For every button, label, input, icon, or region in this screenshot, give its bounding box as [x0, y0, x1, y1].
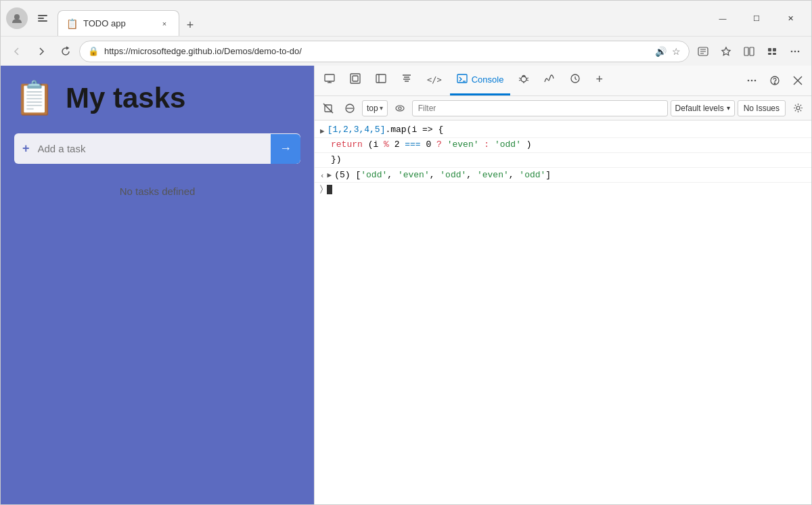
add-tool-icon: +	[595, 72, 603, 87]
console-text-4: (5) ['odd', 'even', 'odd', 'even', 'odd'…	[334, 170, 806, 180]
devtools-tabs: </> Console	[315, 66, 811, 96]
context-label: top	[367, 104, 378, 113]
svg-line-29	[519, 80, 521, 81]
devtools-tab-performance[interactable]	[563, 66, 587, 95]
devtools-close-button[interactable]	[787, 70, 809, 91]
svg-marker-8	[722, 47, 730, 56]
log-levels-label: Default levels	[675, 104, 724, 113]
html-icon: </>	[427, 75, 442, 85]
svg-rect-10	[750, 47, 754, 56]
code-span: (5) [	[334, 170, 361, 180]
code-span: [1,2,3,4,5]	[328, 125, 386, 135]
console-line-2: return (i % 2 === 0 ? 'even' : 'odd'	[315, 138, 811, 153]
expand-icon-1[interactable]: ▶	[320, 125, 325, 135]
tab-favicon: 📋	[66, 18, 78, 29]
submit-task-button[interactable]: →	[271, 134, 300, 164]
code-span: 'even'	[398, 170, 430, 180]
code-span: 'even'	[477, 170, 509, 180]
console-line-3: })	[315, 153, 811, 168]
log-levels-chevron-icon: ▾	[727, 104, 730, 112]
code-span: 'even'	[447, 139, 479, 150]
tab-close-button[interactable]: ×	[158, 18, 171, 30]
code-span: ,	[387, 170, 398, 180]
reading-view-button[interactable]	[692, 41, 714, 62]
console-text-2: return (i % 2 === 0 ? 'even' : 'odd'	[331, 139, 806, 150]
minimize-button[interactable]: —	[707, 7, 738, 29]
svg-rect-14	[773, 53, 776, 55]
code-span: .map(i => {	[385, 125, 443, 135]
screencast-icon	[324, 73, 335, 87]
console-tab-label: Console	[472, 74, 504, 85]
no-entry-button[interactable]	[340, 99, 359, 118]
devtools-more-button[interactable]	[741, 70, 763, 91]
context-dropdown[interactable]: top ▾	[362, 100, 388, 116]
network-icon	[544, 73, 555, 87]
code-span: 0	[426, 139, 436, 150]
svg-point-36	[754, 80, 757, 82]
svg-rect-1	[38, 15, 47, 16]
svg-rect-21	[351, 74, 360, 83]
favorites-star-button[interactable]	[715, 41, 737, 62]
devtools-tab-network[interactable]	[537, 66, 562, 95]
console-settings-button[interactable]	[788, 99, 807, 118]
active-tab[interactable]: 📋 TODO app ×	[58, 10, 179, 36]
code-span: 'odd'	[361, 170, 387, 180]
todo-header: 📋 My tasks	[14, 79, 300, 117]
collections-button[interactable]	[761, 41, 783, 62]
forward-button[interactable]	[30, 41, 52, 62]
plus-icon: +	[14, 141, 38, 156]
devtools-tab-screencast[interactable]	[317, 66, 342, 95]
no-issues-badge[interactable]: No Issues	[738, 100, 786, 116]
performance-icon	[570, 73, 581, 87]
elements-icon	[401, 73, 412, 87]
expand-arrow-icon[interactable]: ▶	[328, 171, 332, 179]
tab-bar: 📋 TODO app × +	[58, 1, 702, 36]
code-span: ===	[405, 139, 420, 150]
profile-icon[interactable]	[6, 7, 28, 29]
devtools-help-button[interactable]	[764, 70, 786, 91]
code-span: %	[384, 139, 389, 150]
svg-rect-22	[353, 76, 358, 81]
sidebar-toggle[interactable]	[33, 9, 52, 28]
svg-rect-12	[773, 48, 776, 51]
clear-console-button[interactable]	[319, 99, 338, 118]
no-issues-label: No Issues	[744, 104, 780, 113]
svg-line-30	[526, 78, 528, 79]
title-bar: 📋 TODO app × + — ☐ ✕	[1, 1, 811, 36]
devtools-panel: </> Console	[314, 66, 811, 504]
new-tab-button[interactable]: +	[179, 14, 201, 36]
devtools-tab-html[interactable]: </>	[420, 66, 449, 95]
log-levels-dropdown[interactable]: Default levels ▾	[671, 100, 735, 116]
svg-point-15	[791, 50, 793, 52]
todo-app-title: My tasks	[66, 82, 185, 114]
svg-rect-18	[325, 74, 334, 81]
favorites-icon[interactable]: ☆	[672, 46, 681, 57]
refresh-button[interactable]	[55, 41, 76, 62]
devtools-tab-console[interactable]: Console	[450, 66, 511, 95]
code-span: 'odd'	[495, 139, 521, 150]
back-button[interactable]	[6, 41, 28, 62]
split-screen-button[interactable]	[738, 41, 760, 62]
devtools-tab-toggle[interactable]	[369, 66, 393, 95]
eye-button[interactable]	[390, 99, 409, 118]
more-button[interactable]	[784, 41, 806, 62]
devtools-right-controls	[741, 70, 809, 91]
devtools-tab-bugs[interactable]	[512, 66, 536, 95]
read-aloud-icon[interactable]: 🔊	[655, 46, 667, 57]
svg-rect-2	[38, 18, 44, 19]
devtools-tab-screenshot[interactable]	[343, 66, 367, 95]
svg-point-45	[396, 106, 404, 111]
filter-input[interactable]	[412, 100, 668, 116]
svg-point-38	[774, 83, 775, 84]
console-output: ▶ [1,2,3,4,5].map(i => { return (i % 2 =…	[315, 120, 811, 504]
todo-app: 📋 My tasks + → No tasks defined	[1, 66, 314, 504]
code-span: :	[484, 139, 489, 150]
close-button[interactable]: ✕	[775, 7, 806, 29]
add-task-input[interactable]	[38, 133, 271, 164]
screenshot-icon	[350, 73, 361, 87]
address-bar[interactable]: 🔒 https://microsoftedge.github.io/Demos/…	[79, 41, 690, 62]
devtools-tab-elements[interactable]	[394, 66, 419, 95]
maximize-button[interactable]: ☐	[741, 7, 772, 29]
devtools-add-tool[interactable]: +	[589, 66, 610, 95]
svg-line-28	[519, 78, 521, 79]
